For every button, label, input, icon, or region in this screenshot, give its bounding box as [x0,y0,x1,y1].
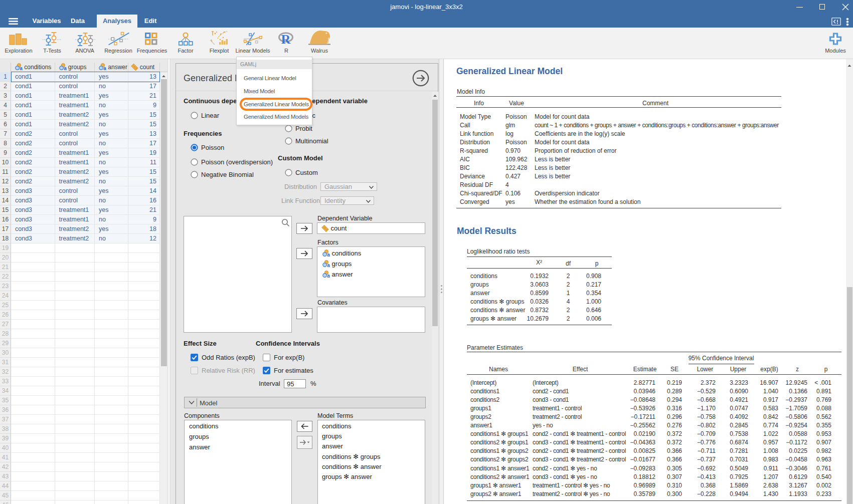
svg-text:R: R [281,32,291,47]
svg-text:a: a [20,66,23,71]
svg-text:a: a [327,273,330,278]
svg-text:a: a [103,66,106,71]
svg-text:a: a [327,252,330,257]
svg-text:a: a [327,263,330,268]
svg-text:a: a [64,66,67,71]
